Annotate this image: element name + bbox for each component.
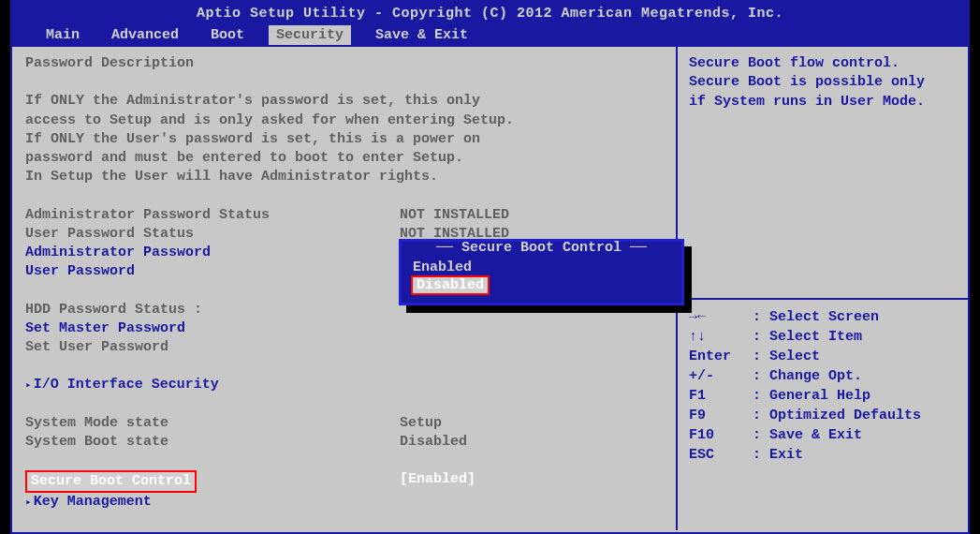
key-f10: F10: [689, 425, 753, 445]
admin-pw-status-label: Administrator Password Status: [25, 206, 400, 225]
tab-boot[interactable]: Boot: [203, 25, 252, 45]
tab-main[interactable]: Main: [38, 25, 87, 45]
popup-title: ── Secure Boot Control ──: [402, 240, 681, 256]
key-f9-desc: : Optimized Defaults: [753, 406, 921, 425]
key-arrows-ud-desc: : Select Item: [753, 327, 862, 347]
system-boot-value: Disabled: [400, 433, 663, 452]
key-arrows-lr-desc: : Select Screen: [753, 307, 879, 327]
secure-boot-popup: ── Secure Boot Control ── Enabled Disabl…: [399, 239, 684, 305]
key-f1-desc: : General Help: [753, 386, 870, 406]
key-enter: Enter: [689, 347, 753, 366]
key-arrows-lr: →←: [689, 307, 753, 327]
tab-save-exit[interactable]: Save & Exit: [368, 25, 475, 45]
admin-pw-status-row: Administrator Password Status NOT INSTAL…: [25, 206, 663, 225]
secure-boot-label[interactable]: Secure Boot Control: [25, 470, 197, 493]
help-text: Secure Boot flow control. Secure Boot is…: [678, 47, 968, 300]
system-mode-value: Setup: [400, 414, 663, 433]
key-plusminus: +/-: [689, 366, 753, 386]
right-panel: Secure Boot flow control. Secure Boot is…: [678, 47, 968, 530]
popup-option-disabled[interactable]: Disabled: [411, 275, 490, 295]
key-plusminus-desc: : Change Opt.: [753, 366, 862, 386]
password-description-title: Password Description: [25, 54, 663, 73]
secure-boot-row[interactable]: Secure Boot Control [Enabled]: [25, 470, 663, 493]
tab-bar: Main Advanced Boot Security Save & Exit: [12, 25, 968, 45]
secure-boot-value: [Enabled]: [400, 470, 663, 493]
popup-option-enabled[interactable]: Enabled: [411, 260, 672, 275]
tab-security[interactable]: Security: [269, 25, 351, 45]
admin-pw-status-value: NOT INSTALLED: [400, 206, 663, 225]
header-title: Aptio Setup Utility - Copyright (C) 2012…: [12, 2, 968, 25]
set-user-pw-item: Set User Password: [25, 338, 663, 357]
key-arrows-ud: ↑↓: [689, 327, 753, 347]
content-area: Password Description If ONLY the Adminis…: [12, 45, 968, 530]
key-help: →←: Select Screen ↑↓: Select Item Enter:…: [678, 300, 968, 472]
password-description-body: If ONLY the Administrator's password is …: [25, 92, 663, 186]
key-esc-desc: : Exit: [753, 445, 803, 465]
system-mode-row: System Mode state Setup: [25, 414, 663, 433]
user-pw-status-label: User Password Status: [25, 225, 400, 244]
key-f10-desc: : Save & Exit: [753, 425, 862, 445]
system-boot-label: System Boot state: [25, 433, 400, 452]
tab-advanced[interactable]: Advanced: [104, 25, 186, 45]
key-esc: ESC: [689, 445, 753, 465]
io-interface-item[interactable]: I/O Interface Security: [25, 376, 663, 394]
key-f9: F9: [689, 406, 753, 425]
bios-window: Aptio Setup Utility - Copyright (C) 2012…: [10, 0, 970, 534]
key-management-item[interactable]: Key Management: [25, 493, 663, 512]
key-enter-desc: : Select: [753, 347, 820, 366]
key-f1: F1: [689, 386, 753, 406]
system-mode-label: System Mode state: [25, 414, 400, 433]
system-boot-row: System Boot state Disabled: [25, 433, 663, 452]
set-master-pw-item[interactable]: Set Master Password: [25, 319, 663, 338]
